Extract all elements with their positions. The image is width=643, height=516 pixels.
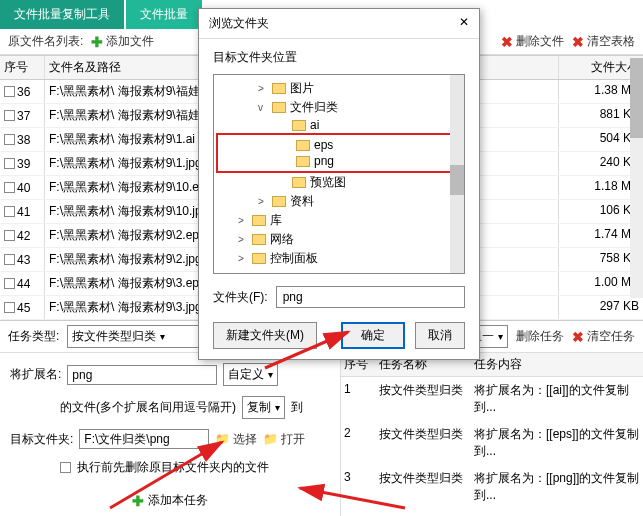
target-folder-input[interactable]: [79, 429, 209, 449]
task-type-dropdown[interactable]: 按文件类型归类: [67, 325, 207, 348]
folder-input-label: 文件夹(F):: [213, 289, 268, 306]
task-row[interactable]: 2按文件类型归类将扩展名为：[[eps]]的文件复制到...: [341, 421, 643, 465]
ext-label: 将扩展名:: [10, 366, 61, 383]
row-checkbox[interactable]: [4, 254, 15, 265]
col-header-seq: 序号: [0, 56, 45, 79]
copy-dropdown[interactable]: 复制: [242, 396, 285, 419]
folder-icon: [292, 120, 306, 131]
row-checkbox[interactable]: [4, 134, 15, 145]
pre-delete-label: 执行前先删除原目标文件夹内的文件: [77, 459, 269, 476]
add-task-button[interactable]: ✚ 添加本任务: [10, 486, 330, 515]
folder-icon: [252, 234, 266, 245]
dialog-title: 浏览文件夹: [209, 15, 269, 32]
row-checkbox[interactable]: [4, 158, 15, 169]
tree-scrollbar[interactable]: [450, 75, 464, 273]
pre-delete-checkbox[interactable]: [60, 462, 71, 473]
row-checkbox[interactable]: [4, 230, 15, 241]
target-folder-label: 目标文件夹:: [10, 431, 73, 448]
x-icon: ✖: [501, 34, 513, 50]
custom-dropdown[interactable]: 自定义: [223, 363, 278, 386]
tree-item[interactable]: >网络: [218, 230, 460, 249]
new-folder-button[interactable]: 新建文件夹(M): [213, 322, 317, 349]
folder-tree[interactable]: >图片v文件归类aiepspng预览图>资料>库>网络>控制面板: [213, 74, 465, 274]
folder-icon: [272, 102, 286, 113]
chevron-icon: >: [238, 234, 248, 245]
plus-icon: ✚: [91, 34, 103, 50]
row-checkbox[interactable]: [4, 182, 15, 193]
file-list-label: 原文件名列表:: [8, 33, 83, 50]
tree-item[interactable]: eps: [222, 137, 454, 153]
multi-ext-label: 的文件(多个扩展名间用逗号隔开): [60, 399, 236, 416]
delete-file-button[interactable]: ✖删除文件: [501, 33, 564, 50]
folder-icon: [272, 196, 286, 207]
folder-icon: [272, 83, 286, 94]
chevron-icon: >: [258, 196, 268, 207]
open-folder-button[interactable]: 📁打开: [263, 431, 305, 448]
tree-item[interactable]: >资料: [218, 192, 460, 211]
tree-item[interactable]: >图片: [218, 79, 460, 98]
tab-copy-tool[interactable]: 文件批量复制工具: [0, 0, 124, 29]
task-row[interactable]: 3按文件类型归类将扩展名为：[[png]]的文件复制到...: [341, 465, 643, 509]
browse-folder-dialog: 浏览文件夹 ✕ 目标文件夹位置 >图片v文件归类aiepspng预览图>资料>库…: [198, 8, 480, 360]
tree-item[interactable]: 预览图: [218, 173, 460, 192]
clear-task-button[interactable]: ✖清空任务: [572, 328, 635, 345]
cancel-button[interactable]: 取消: [415, 322, 465, 349]
close-icon[interactable]: ✕: [459, 15, 469, 32]
task-row[interactable]: 1按文件类型归类将扩展名为：[[ai]]的文件复制到...: [341, 377, 643, 421]
x-icon: ✖: [572, 329, 584, 345]
folder-icon: [296, 156, 310, 167]
ext-input[interactable]: [67, 365, 217, 385]
task-col-content: 任务内容: [471, 353, 643, 376]
add-file-button[interactable]: ✚添加文件: [91, 33, 154, 50]
ok-button[interactable]: 确定: [341, 322, 405, 349]
chevron-icon: >: [238, 215, 248, 226]
to-label: 到: [291, 399, 303, 416]
delete-task-button[interactable]: 删除任务: [516, 328, 564, 345]
select-folder-button[interactable]: 📁选择: [215, 431, 257, 448]
folder-icon: [252, 215, 266, 226]
row-checkbox[interactable]: [4, 302, 15, 313]
clear-table-button[interactable]: ✖清空表格: [572, 33, 635, 50]
scrollbar[interactable]: [630, 58, 643, 298]
row-checkbox[interactable]: [4, 278, 15, 289]
chevron-icon: v: [258, 102, 268, 113]
tree-item[interactable]: ai: [218, 117, 460, 133]
chevron-icon: >: [258, 83, 268, 94]
tree-item[interactable]: >库: [218, 211, 460, 230]
task-type-label: 任务类型:: [8, 328, 59, 345]
tree-item[interactable]: png: [222, 153, 454, 169]
tree-item[interactable]: >控制面板: [218, 249, 460, 268]
row-checkbox[interactable]: [4, 110, 15, 121]
row-checkbox[interactable]: [4, 86, 15, 97]
plus-icon: ✚: [132, 493, 144, 509]
tree-item[interactable]: v文件归类: [218, 98, 460, 117]
folder-icon: [292, 177, 306, 188]
folder-icon: [252, 253, 266, 264]
dialog-subtitle: 目标文件夹位置: [213, 49, 465, 66]
folder-name-input[interactable]: [276, 286, 465, 308]
tab-batch[interactable]: 文件批量: [126, 0, 202, 29]
row-checkbox[interactable]: [4, 206, 15, 217]
x-icon: ✖: [572, 34, 584, 50]
folder-icon: [296, 140, 310, 151]
chevron-icon: >: [238, 253, 248, 264]
